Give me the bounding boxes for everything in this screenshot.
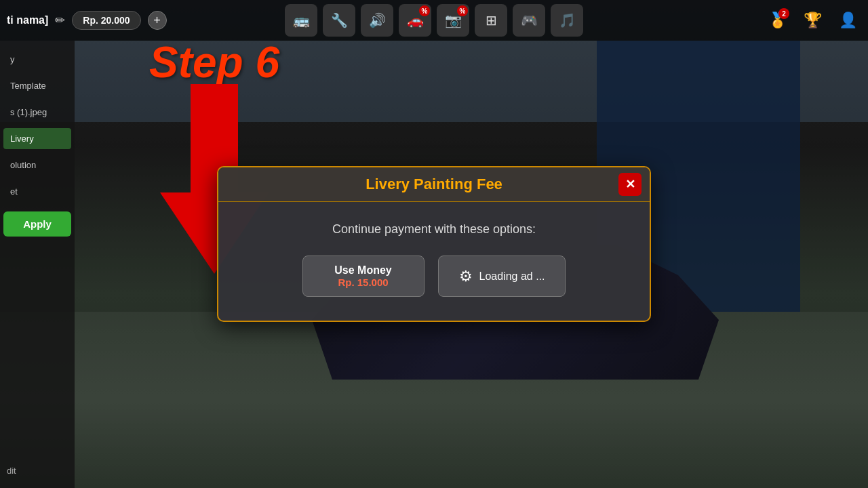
use-money-label: Use Money (323, 264, 403, 277)
modal-close-button[interactable]: ✕ (618, 173, 642, 196)
modal-buttons: Use Money Rp. 15.000 ⚙ Loading ad ... (245, 256, 623, 297)
modal-title: Livery Painting Fee (366, 176, 502, 193)
modal-body: Continue payment with these options: Use… (218, 202, 650, 321)
modal-dialog: Livery Painting Fee ✕ Continue payment w… (217, 166, 651, 322)
gear-icon: ⚙ (459, 268, 473, 285)
modal-header: Livery Painting Fee ✕ (218, 167, 650, 202)
loading-ad-label: Loading ad ... (479, 270, 545, 283)
modal-description: Continue payment with these options: (245, 222, 623, 237)
use-money-price: Rp. 15.000 (323, 277, 403, 288)
modal-overlay: Livery Painting Fee ✕ Continue payment w… (0, 0, 868, 488)
loading-ad-button[interactable]: ⚙ Loading ad ... (438, 256, 566, 297)
use-money-button[interactable]: Use Money Rp. 15.000 (302, 256, 425, 297)
